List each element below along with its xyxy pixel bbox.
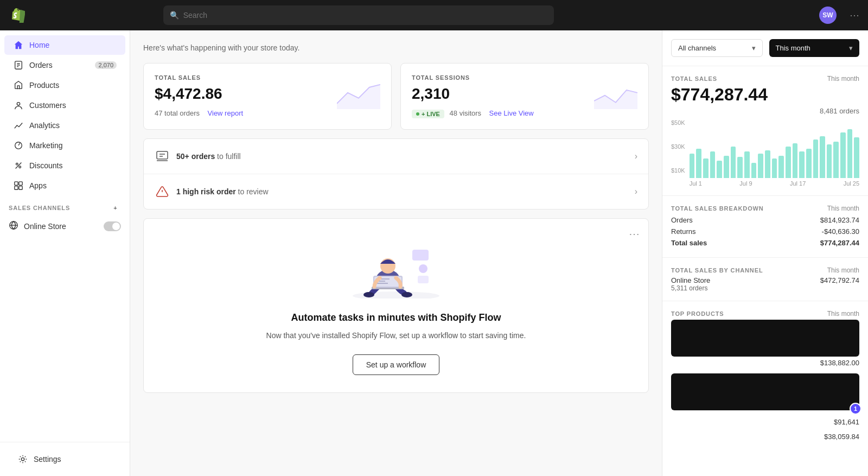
home-icon xyxy=(13,40,24,50)
shopify-logo xyxy=(9,7,26,24)
promo-title: Automate tasks in minutes with Shopify F… xyxy=(157,312,635,323)
product-thumb-2 xyxy=(671,373,859,410)
sidebar-item-home[interactable]: Home xyxy=(4,35,125,55)
sidebar-item-apps[interactable]: Apps xyxy=(4,176,125,195)
product-price-1: $138,882.00 xyxy=(671,359,859,367)
product-badge-2: 1 xyxy=(850,403,861,415)
chart-y-labels: $50K $30K $10K xyxy=(671,119,687,174)
sidebar-item-discounts[interactable]: Discounts xyxy=(4,156,125,175)
panel-total-sales: TOTAL SALES This month $774,287.44 8,481… xyxy=(662,66,868,196)
panel-products-label: TOP PRODUCTS xyxy=(671,310,724,317)
panel-products-header: TOP PRODUCTS This month xyxy=(671,310,859,318)
add-sales-channel-button[interactable]: + xyxy=(110,202,121,213)
channel-orders: 5,311 orders xyxy=(671,284,710,292)
sidebar-nav: Home Orders 2,070 Products Customers xyxy=(0,30,130,442)
chart-bar xyxy=(758,154,763,178)
svg-rect-34 xyxy=(412,250,429,261)
sidebar-item-settings[interactable]: Settings xyxy=(9,449,121,469)
chart-bar xyxy=(703,158,709,178)
customers-icon xyxy=(13,100,24,111)
product-price-2: $91,641 xyxy=(671,418,859,426)
panel-sales-breakdown: TOTAL SALES BREAKDOWN This month Orders … xyxy=(662,196,868,258)
sidebar-item-online-store[interactable]: Online Store xyxy=(0,216,130,236)
this-month-button[interactable]: This month ▾ xyxy=(769,39,860,57)
svg-point-27 xyxy=(401,292,412,297)
promo-illustration xyxy=(336,236,456,301)
promo-card: ⋯ xyxy=(143,218,649,393)
svg-rect-8 xyxy=(15,182,18,185)
breakdown-row-total: Total sales $774,287.44 xyxy=(671,237,859,249)
sidebar-item-products-label: Products xyxy=(29,81,59,90)
chart-bar xyxy=(833,142,839,178)
chart-bar xyxy=(696,149,701,178)
main-content: Here's what's happening with your store … xyxy=(130,30,662,476)
panel-sales-by-channel: TOTAL SALES BY CHANNEL This month Online… xyxy=(662,258,868,301)
svg-rect-11 xyxy=(19,186,22,189)
panel-sales-label: TOTAL SALES xyxy=(671,75,717,82)
sidebar-item-home-label: Home xyxy=(29,41,49,49)
search-icon: 🔍 xyxy=(170,11,179,20)
panel-channel-label: TOTAL SALES BY CHANNEL xyxy=(671,267,763,274)
sales-sparkline xyxy=(337,82,380,111)
sidebar-footer: Settings xyxy=(0,442,130,476)
risk-text: 1 high risk order to review xyxy=(176,187,628,196)
sidebar-item-customers[interactable]: Customers xyxy=(4,96,125,115)
svg-point-26 xyxy=(363,292,374,297)
fulfill-text: 50+ orders to fulfill xyxy=(176,152,628,161)
svg-point-35 xyxy=(419,264,427,273)
chart-bar xyxy=(717,161,722,178)
svg-marker-16 xyxy=(594,90,637,109)
sales-channels-label: SALES CHANNELS + xyxy=(0,196,130,215)
fulfill-action[interactable]: 50+ orders to fulfill › xyxy=(144,139,648,174)
avatar[interactable]: SW xyxy=(819,7,837,24)
bar-chart-container: $50K $30K $10K Jul 1 Jul 9 Jul 17 Jul 25 xyxy=(671,119,859,187)
topbar-menu-icon[interactable]: ⋯ xyxy=(850,9,859,21)
panel-sales-period: This month xyxy=(827,75,859,82)
product-item-2: 1 $91,641 xyxy=(671,373,859,426)
search-bar[interactable]: 🔍 xyxy=(163,5,554,25)
chart-bar xyxy=(690,154,695,178)
products-icon xyxy=(13,80,24,91)
panel-top-bar: All channels ▾ This month ▾ xyxy=(662,30,868,66)
view-report-link[interactable]: View report xyxy=(208,109,244,117)
chart-bar xyxy=(806,149,812,178)
chart-bar xyxy=(751,163,757,178)
sidebar-item-analytics[interactable]: Analytics xyxy=(4,116,125,135)
chart-bar xyxy=(840,132,846,178)
risk-action[interactable]: 1 high risk order to review › xyxy=(144,174,648,209)
panel-sales-value: $774,287.44 xyxy=(671,85,859,105)
online-store-label: Online Store xyxy=(24,222,66,231)
search-input[interactable] xyxy=(183,11,547,20)
promo-menu-icon[interactable]: ⋯ xyxy=(629,227,640,240)
panel-top-products: TOP PRODUCTS This month $138,882.00 1 $9… xyxy=(662,301,868,449)
panel-products-period: This month xyxy=(827,310,859,318)
all-channels-button[interactable]: All channels ▾ xyxy=(671,39,763,57)
online-store-icon xyxy=(9,220,18,232)
live-badge: + LIVE xyxy=(412,110,444,118)
sidebar-item-marketing[interactable]: Marketing xyxy=(4,136,125,155)
chart-bar xyxy=(772,158,777,178)
chart-bar xyxy=(731,147,736,178)
sidebar-item-products[interactable]: Products xyxy=(4,75,125,95)
sidebar-item-orders[interactable]: Orders 2,070 xyxy=(4,55,125,75)
topbar: 🔍 SW ⋯ xyxy=(0,0,868,30)
fulfill-chevron: › xyxy=(635,151,637,161)
chart-bar xyxy=(820,136,825,178)
sidebar-item-customers-label: Customers xyxy=(29,101,66,110)
chart-x-labels: Jul 1 Jul 9 Jul 17 Jul 25 xyxy=(690,180,859,187)
risk-chevron: › xyxy=(635,187,637,196)
panel-channel-period: This month xyxy=(827,266,859,274)
online-store-toggle[interactable] xyxy=(104,221,121,231)
chart-bars-wrap: Jul 1 Jul 9 Jul 17 Jul 25 xyxy=(690,119,859,187)
orders-icon xyxy=(13,60,24,71)
live-view-link[interactable]: See Live View xyxy=(489,109,534,117)
sidebar: Home Orders 2,070 Products Customers xyxy=(0,30,130,476)
panel-orders-count: 8,481 orders xyxy=(671,107,859,115)
right-panel: All channels ▾ This month ▾ TOTAL SALES … xyxy=(662,30,868,476)
action-cards: 50+ orders to fulfill › 1 high risk orde… xyxy=(143,138,649,210)
breakdown-row-returns: Returns -$40,636.30 xyxy=(671,226,859,237)
chart-bar xyxy=(813,139,819,178)
risk-icon xyxy=(155,184,170,199)
sidebar-item-apps-label: Apps xyxy=(29,181,47,190)
setup-workflow-button[interactable]: Set up a workflow xyxy=(353,354,440,375)
